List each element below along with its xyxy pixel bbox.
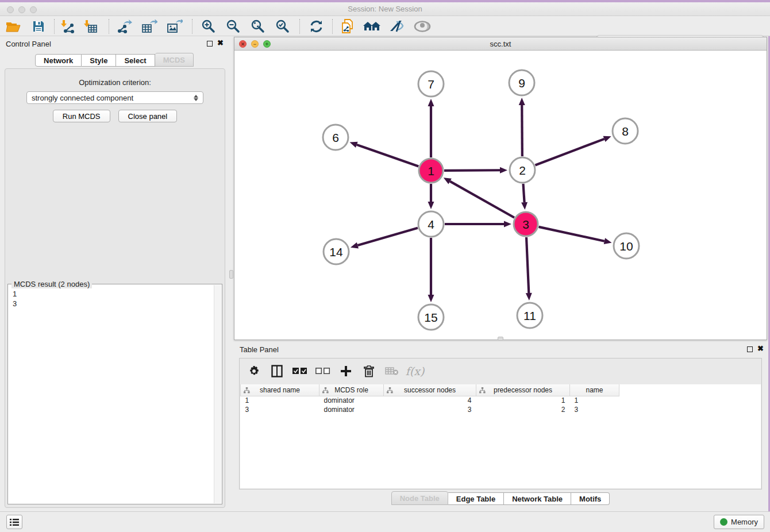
mcds-result-text[interactable]: 13	[9, 287, 214, 503]
tree-hierarchy-icon	[479, 387, 486, 394]
toolbar-separator	[332, 19, 333, 34]
network-title: scc.txt	[234, 40, 767, 48]
table-cell[interactable]: dominator	[319, 405, 384, 414]
task-history-button[interactable]	[6, 515, 22, 529]
graph-edge-2-9[interactable]	[519, 98, 525, 156]
table-cell[interactable]: 3	[241, 405, 319, 414]
save-session-icon[interactable]	[29, 18, 48, 35]
graph-edge-2-3[interactable]	[521, 184, 528, 210]
graph-edge-2-8[interactable]	[535, 136, 611, 165]
graph-edge-1-2[interactable]	[444, 167, 507, 174]
hide-selected-icon[interactable]	[387, 18, 406, 35]
table-cell[interactable]: dominator	[319, 396, 384, 405]
zoom-out-icon[interactable]	[224, 18, 243, 35]
graph-edge-4-14[interactable]	[351, 228, 418, 249]
tab-style[interactable]: Style	[82, 54, 116, 67]
toolbar-separator	[299, 19, 300, 34]
graph-edge-3-10[interactable]	[538, 227, 611, 244]
graph-edge-1-4[interactable]	[428, 184, 434, 209]
zoom-in-icon[interactable]	[199, 18, 218, 35]
network-canvas[interactable]: 7968124314101511	[234, 51, 767, 340]
add-column-icon[interactable]	[338, 364, 353, 379]
graph-node-11[interactable]: 11	[517, 303, 542, 328]
tab-network-table[interactable]: Network Table	[504, 492, 571, 505]
control-panel-tabs: Network Style Select MCDS	[0, 54, 229, 68]
table-options-gear-icon[interactable]	[247, 364, 261, 379]
criterion-dropdown[interactable]: strongly connected component	[26, 91, 203, 104]
control-panel: Control Panel ✖ Network Style Select MCD…	[0, 36, 229, 511]
graph-node-7[interactable]: 7	[418, 71, 444, 97]
table-panel: Table Panel ✖	[234, 342, 767, 511]
graph-edge-1-6[interactable]	[350, 142, 419, 167]
graph-node-10[interactable]: 10	[614, 233, 639, 259]
graph-node-14[interactable]: 14	[324, 239, 349, 264]
table-cell[interactable]: 3	[384, 405, 476, 414]
column-header-shared-name[interactable]: shared name	[241, 384, 319, 396]
table-cell[interactable]: 1	[241, 396, 319, 405]
toolbar-separator	[109, 19, 109, 34]
tab-network[interactable]: Network	[35, 54, 82, 67]
memory-label: Memory	[731, 518, 758, 526]
vertical-scrollbar-thumb[interactable]	[229, 270, 233, 279]
column-header-MCDS-role[interactable]: MCDS role	[319, 384, 384, 396]
close-panel-button[interactable]: Close panel	[118, 110, 178, 122]
run-mcds-button[interactable]: Run MCDS	[53, 110, 110, 122]
table-cell[interactable]: 1	[476, 396, 570, 405]
graph-node-6[interactable]: 6	[323, 125, 348, 150]
graph-node-9[interactable]: 9	[509, 70, 534, 95]
tab-edge-table[interactable]: Edge Table	[448, 492, 504, 505]
toolbar-separator	[192, 19, 192, 34]
graph-node-2[interactable]: 2	[510, 157, 535, 183]
zoom-fit-icon[interactable]	[248, 18, 268, 35]
column-header-predecessor-nodes[interactable]: predecessor nodes	[476, 384, 570, 396]
zoom-selected-icon[interactable]	[273, 18, 292, 35]
graph-node-4[interactable]: 4	[418, 211, 444, 237]
graph-edge-4-15[interactable]	[428, 238, 434, 302]
graph-edge-3-11[interactable]	[526, 237, 532, 300]
tab-node-table[interactable]: Node Table	[391, 491, 448, 505]
table-cell[interactable]: 3	[570, 405, 619, 414]
refresh-icon[interactable]	[306, 18, 326, 35]
first-neighbors-icon[interactable]	[362, 18, 382, 35]
window-title: Session: New Session	[0, 5, 770, 13]
network-window-titlebar: ✕ − + scc.txt	[234, 37, 767, 51]
table-panel-header: Table Panel ✖	[234, 342, 767, 357]
tab-select[interactable]: Select	[116, 54, 155, 67]
table-cell[interactable]: 1	[570, 396, 619, 405]
select-all-icon[interactable]	[292, 364, 307, 379]
graph-edge-4-3[interactable]	[445, 221, 511, 228]
result-scrollbar[interactable]	[214, 285, 221, 503]
float-table-panel-icon[interactable]	[747, 346, 753, 352]
export-network-icon[interactable]	[115, 18, 134, 35]
node-label: 3	[522, 218, 529, 231]
column-header-name[interactable]: name	[570, 384, 619, 396]
float-panel-icon[interactable]	[207, 41, 213, 47]
horizontal-scrollbar-thumb[interactable]	[498, 337, 503, 341]
node-table: shared nameMCDS rolesuccessor nodesprede…	[240, 384, 761, 488]
table-cell[interactable]: 4	[384, 396, 476, 405]
tab-mcds[interactable]: MCDS	[155, 53, 194, 67]
table-toolbar: f(x)	[240, 358, 761, 384]
graph-node-3[interactable]: 3	[514, 212, 538, 236]
graph-node-1[interactable]: 1	[419, 159, 443, 183]
tab-motifs[interactable]: Motifs	[571, 492, 610, 505]
column-header-successor-nodes[interactable]: successor nodes	[384, 384, 476, 396]
graph-edge-3-1[interactable]	[444, 178, 514, 217]
dropdown-stepper-icon	[194, 95, 198, 101]
clone-network-icon[interactable]	[338, 18, 357, 35]
deselect-all-icon[interactable]	[315, 364, 330, 379]
column-selector-icon[interactable]	[270, 364, 284, 379]
export-table-icon[interactable]	[140, 18, 159, 35]
open-session-icon[interactable]	[3, 18, 23, 35]
graph-edge-1-7[interactable]	[428, 99, 434, 157]
memory-button[interactable]: Memory	[714, 515, 764, 529]
table-cell[interactable]: 2	[476, 405, 570, 414]
import-network-icon[interactable]	[58, 18, 78, 35]
graph-node-15[interactable]: 15	[418, 304, 444, 330]
close-table-panel-icon[interactable]: ✖	[757, 345, 764, 353]
export-image-icon[interactable]	[165, 18, 184, 35]
graph-node-8[interactable]: 8	[613, 118, 638, 144]
close-panel-icon[interactable]: ✖	[217, 39, 224, 47]
import-table-icon[interactable]	[81, 18, 101, 35]
delete-column-icon[interactable]	[361, 364, 376, 379]
